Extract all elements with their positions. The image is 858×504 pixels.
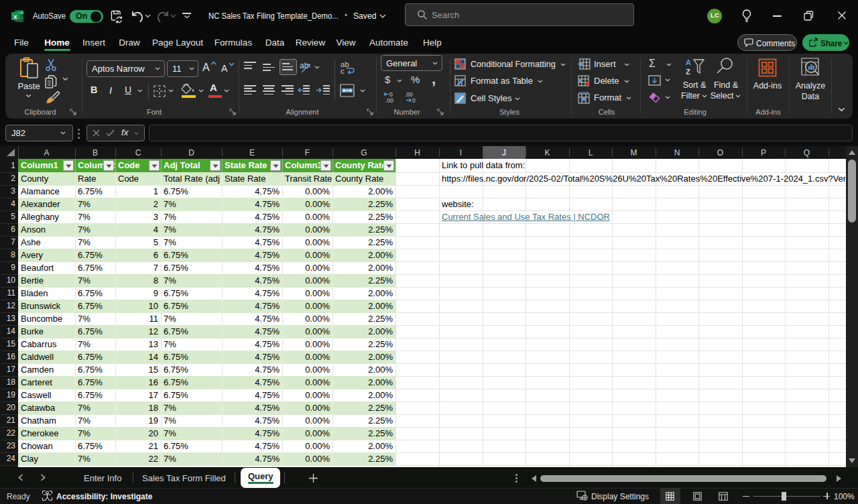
svg-text:Z: Z bbox=[686, 68, 690, 76]
svg-text:x: x bbox=[13, 13, 17, 20]
svg-text:.00: .00 bbox=[385, 97, 393, 104]
svg-text:0: 0 bbox=[412, 97, 416, 104]
svg-text:A: A bbox=[686, 58, 691, 66]
